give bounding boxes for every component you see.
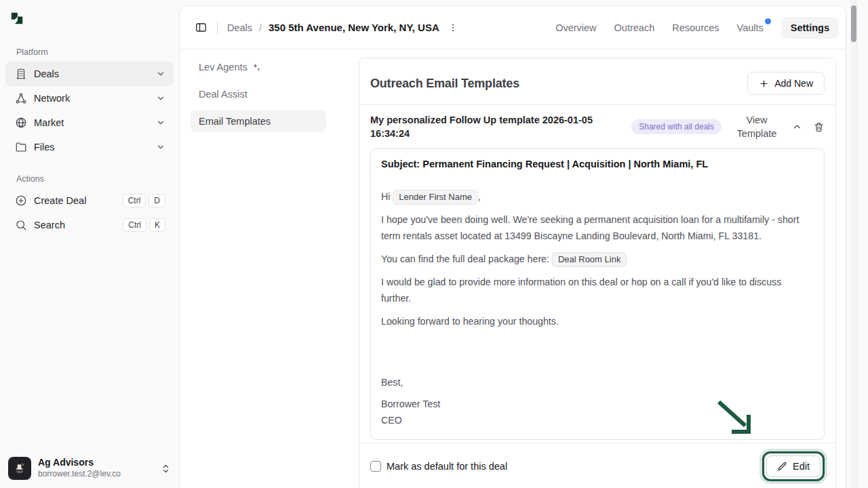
folder-icon bbox=[15, 141, 27, 153]
search-icon bbox=[15, 219, 27, 231]
chevron-up-icon[interactable] bbox=[792, 122, 802, 132]
platform-section-label: Platform bbox=[16, 47, 179, 57]
pencil-icon bbox=[777, 462, 787, 472]
email-paragraph: Looking forward to hearing your thoughts… bbox=[381, 313, 814, 329]
mark-default-checkbox[interactable] bbox=[370, 461, 381, 472]
avatar bbox=[8, 457, 31, 480]
shared-badge: Shared with all deals bbox=[631, 119, 722, 134]
settings-nav-email-templates[interactable]: Email Templates bbox=[191, 110, 326, 132]
email-greeting: Hi Lender First Name, bbox=[381, 188, 814, 205]
email-paragraph: I would be glad to provide more informat… bbox=[381, 274, 814, 306]
keyboard-shortcut: Ctrl K bbox=[123, 218, 165, 232]
breadcrumb-separator: / bbox=[259, 22, 262, 33]
settings-nav-deal-assist[interactable]: Deal Assist bbox=[191, 83, 326, 105]
variable-pill-lender-first-name: Lender First Name bbox=[393, 190, 478, 205]
chevron-down-icon bbox=[156, 94, 165, 103]
email-paragraph: You can find the full deal package here:… bbox=[381, 251, 814, 267]
workspace-name: Ag Advisors bbox=[38, 457, 121, 468]
email-template-preview: Subject: Permanent Financing Request | A… bbox=[370, 148, 825, 440]
deal-tabs: Overview Outreach Resources Vaults Setti… bbox=[555, 17, 839, 39]
sidebar-toggle-icon[interactable] bbox=[195, 21, 208, 34]
sidebar-item-label: Market bbox=[34, 117, 64, 128]
email-paragraph: I hope you've been doing well. We're see… bbox=[381, 211, 814, 244]
email-subject: Subject: Permanent Financing Request | A… bbox=[381, 159, 814, 169]
deal-header: Deals / 350 5th Avenue, New York, NY, US… bbox=[180, 6, 846, 49]
sidebar-item-network[interactable]: Network bbox=[5, 86, 174, 110]
mark-default-label: Mark as default for this deal bbox=[387, 461, 507, 472]
sidebar-item-market[interactable]: Market bbox=[5, 110, 174, 135]
template-header-row: My personalized Follow Up template 2026-… bbox=[359, 105, 835, 140]
email-closing: Best, bbox=[381, 374, 814, 390]
user-email: borrower.test.2@lev.co bbox=[38, 468, 121, 480]
template-footer: Mark as default for this deal Edit bbox=[359, 443, 835, 488]
chevrons-up-down-icon bbox=[161, 464, 171, 474]
email-signature: Borrower Test CEO bbox=[381, 396, 814, 428]
keyboard-shortcut: Ctrl D bbox=[123, 194, 165, 207]
app-sidebar: Platform Deals Network bbox=[0, 0, 179, 488]
edit-button-highlight-ring: Edit bbox=[762, 451, 825, 481]
chevron-down-icon bbox=[156, 118, 165, 127]
action-item-label: Search bbox=[34, 220, 65, 230]
notification-dot bbox=[765, 18, 771, 24]
page-scrollbar-thumb[interactable] bbox=[851, 5, 856, 42]
workspace-switcher[interactable]: Ag Advisors borrower.test.2@lev.co bbox=[8, 457, 171, 480]
view-template-link[interactable]: View Template bbox=[732, 113, 781, 140]
plus-icon bbox=[759, 79, 769, 89]
add-new-button[interactable]: Add New bbox=[747, 72, 825, 95]
breadcrumb-deals-link[interactable]: Deals bbox=[227, 22, 252, 33]
page-title: Outreach Email Templates bbox=[370, 77, 519, 91]
sidebar-item-label: Deals bbox=[34, 68, 59, 79]
edit-button[interactable]: Edit bbox=[766, 455, 821, 477]
globe-icon bbox=[15, 117, 27, 129]
chevron-down-icon bbox=[156, 142, 165, 152]
network-icon bbox=[15, 92, 27, 104]
tab-overview[interactable]: Overview bbox=[555, 22, 596, 33]
sidebar-item-deals[interactable]: Deals bbox=[5, 62, 174, 86]
plus-circle-icon bbox=[15, 195, 27, 207]
building-icon bbox=[15, 68, 27, 80]
sparkles-icon bbox=[252, 63, 261, 72]
sidebar-item-label: Network bbox=[34, 93, 70, 104]
template-name: My personalized Follow Up template 2026-… bbox=[370, 113, 608, 140]
lev-logo-icon bbox=[9, 11, 179, 26]
tab-vaults[interactable]: Vaults bbox=[737, 22, 764, 33]
divider bbox=[217, 22, 218, 33]
action-item-label: Create Deal bbox=[34, 195, 86, 206]
actions-section-label: Actions bbox=[16, 174, 179, 184]
trash-icon[interactable] bbox=[813, 121, 825, 133]
variable-pill-deal-room-link: Deal Room Link bbox=[552, 252, 627, 267]
sidebar-item-files[interactable]: Files bbox=[5, 135, 174, 159]
breadcrumb: Deals / 350 5th Avenue, New York, NY, US… bbox=[227, 22, 439, 33]
kebab-menu-icon[interactable] bbox=[448, 22, 458, 33]
settings-nav-lev-agents[interactable]: Lev Agents bbox=[191, 56, 326, 78]
breadcrumb-current-deal: 350 5th Avenue, New York, NY, USA bbox=[269, 22, 439, 33]
sidebar-item-label: Files bbox=[34, 142, 55, 152]
tab-outreach[interactable]: Outreach bbox=[614, 22, 655, 33]
search-button[interactable]: Search Ctrl K bbox=[5, 213, 174, 237]
main-card: Deals / 350 5th Avenue, New York, NY, US… bbox=[179, 5, 846, 488]
tab-settings[interactable]: Settings bbox=[781, 17, 839, 39]
chevron-down-icon bbox=[156, 69, 165, 79]
settings-nav: Lev Agents Deal Assist Email Templates bbox=[180, 49, 337, 144]
email-templates-panel: Outreach Email Templates Add New My pers… bbox=[359, 58, 836, 488]
page-scrollbar-track bbox=[850, 0, 858, 488]
tab-resources[interactable]: Resources bbox=[672, 22, 719, 33]
create-deal-button[interactable]: Create Deal Ctrl D bbox=[5, 188, 174, 213]
